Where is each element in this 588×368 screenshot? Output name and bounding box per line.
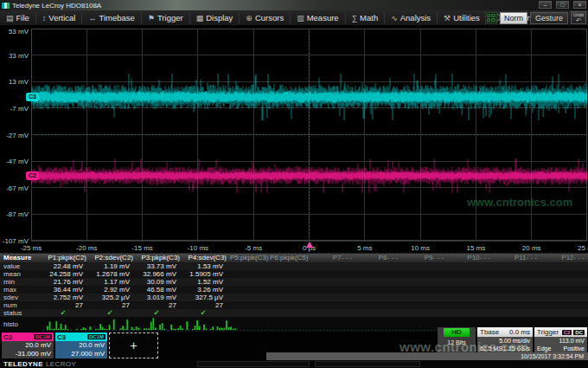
close-button[interactable]: × <box>573 1 586 9</box>
trigger-time-marker-icon[interactable] <box>306 242 313 248</box>
measure-cell <box>401 309 447 317</box>
measure-cell <box>355 286 401 294</box>
measure-row-label: num <box>0 301 43 309</box>
app-logo-icon <box>2 3 10 9</box>
maximize-button[interactable]: □ <box>556 1 569 9</box>
measure-column-header[interactable]: P12- - - <box>540 254 588 262</box>
measure-column-header[interactable]: P3:pkpk(C3) <box>137 254 183 262</box>
menu-item-math[interactable]: ∑Math <box>346 12 386 24</box>
measure-cell <box>310 301 355 309</box>
add-channel-button[interactable]: + <box>109 332 158 358</box>
trace-tag-C2[interactable]: C2 <box>26 171 39 180</box>
menu-right-cluster: Norm Gesture Undo↶ <box>485 11 586 24</box>
measure-column-header[interactable]: P5:pkpk(C3) <box>230 254 270 262</box>
status-check-icon: ✔ <box>183 309 230 317</box>
menu-item-file[interactable]: ▤File <box>0 12 36 24</box>
channel-box-values: 20.0 mV-31.000 mV <box>2 341 54 358</box>
measure-column-header[interactable]: P7- - - <box>310 254 355 262</box>
measure-column-header[interactable]: P11- - - <box>494 254 540 262</box>
timebase-samples: 62.5 MS <box>480 345 502 353</box>
descriptor-strip: C2DC1M20.0 mV-31.000 mVC3DC1M20.0 mV27.0… <box>0 332 588 360</box>
measure-cell <box>401 286 447 294</box>
measure-cell <box>540 294 588 301</box>
measure-cell: 24.258 mV <box>43 270 90 278</box>
measure-cell: 46.58 mV <box>137 286 183 294</box>
measure-cell <box>494 309 540 317</box>
file-icon: ▤ <box>6 14 14 23</box>
analysis-icon: ∿ <box>391 14 398 23</box>
measure-cell <box>270 309 310 317</box>
timestamp: 10/15/2017 3:32:54 PM <box>521 353 584 359</box>
trigger-panel[interactable]: Trigger C2 DC 113.0 mV EdgePositive <box>534 327 587 352</box>
grid-layout-icon[interactable] <box>485 12 497 23</box>
measure-cell <box>447 262 494 270</box>
menu-item-display[interactable]: ▦Display <box>190 12 240 24</box>
menu-item-vertical[interactable]: ↕Vertical <box>36 12 83 24</box>
measure-column-header[interactable]: P10- - - <box>447 254 494 262</box>
measure-cell <box>270 294 310 301</box>
measure-column-header[interactable]: P9- - - <box>401 254 447 262</box>
channel-box-C2[interactable]: C2DC1M20.0 mV-31.000 mV <box>2 332 54 358</box>
measure-cell <box>355 262 401 270</box>
norm-button[interactable]: Norm <box>500 12 527 24</box>
measure-cell: 327.5 µV <box>183 294 230 301</box>
x-axis-label: 20 ms <box>513 244 551 252</box>
measure-cell <box>540 270 588 278</box>
cursors-icon: ⊕ <box>246 14 252 23</box>
measure-cell: 1.52 mV <box>183 278 230 286</box>
timebase-panel[interactable]: Tbase 0.0 ms 5.00 ms/div 62.5 MS1.25 GS/… <box>477 327 533 352</box>
menu-item-label: File <box>16 13 29 23</box>
measure-table: MeasureP1:pkpk(C2)P2:sdev(C2)P3:pkpk(C3)… <box>0 253 588 332</box>
measure-cell: 1.5905 mV <box>183 270 230 278</box>
measure-cell <box>270 301 310 309</box>
footer-slot <box>315 361 420 367</box>
display-icon: ▦ <box>196 14 204 23</box>
measure-cell <box>401 262 447 270</box>
measure-column-header[interactable]: P2:sdev(C2) <box>90 254 137 262</box>
measure-column-header[interactable]: P6:pkpk(C5) <box>270 254 310 262</box>
measure-cell <box>310 294 355 301</box>
menu-item-trigger[interactable]: ⚑Trigger <box>142 12 190 24</box>
measure-cell <box>230 278 270 286</box>
channel-box-values: 20.0 mV27.000 mV <box>55 341 107 358</box>
undo-button[interactable]: Undo↶ <box>571 11 586 24</box>
measure-cell <box>401 301 447 309</box>
acquisition-panel[interactable]: HD 12 Bits <box>438 327 476 352</box>
measure-cell <box>270 270 310 278</box>
measure-header-row: MeasureP1:pkpk(C2)P2:sdev(C2)P3:pkpk(C3)… <box>0 254 588 262</box>
minimize-button[interactable]: – <box>539 1 552 9</box>
menu-item-analysis[interactable]: ∿Analysis <box>385 12 438 24</box>
trace-tag-C3[interactable]: C3 <box>26 93 39 101</box>
x-axis-label: -5 ms <box>234 244 272 252</box>
measure-cell <box>401 294 447 301</box>
measure-cell: 1.53 mV <box>183 262 230 270</box>
menu-item-utilities[interactable]: ⚒Utilities <box>438 12 487 24</box>
measure-cell <box>540 301 588 309</box>
gesture-button[interactable]: Gesture <box>530 12 568 24</box>
menu-item-measure[interactable]: ▥Measure <box>291 12 345 24</box>
measure-cell: 1.2678 mV <box>90 270 137 278</box>
channel-coupling-badge: DC1M <box>34 334 52 339</box>
measure-cell <box>447 270 494 278</box>
measure-row-label: value <box>0 262 43 270</box>
channel-scale: 20.0 mV <box>58 341 105 350</box>
measure-cell <box>447 278 494 286</box>
measure-cell <box>447 301 494 309</box>
measure-column-header[interactable]: P1:pkpk(C2) <box>43 254 90 262</box>
channel-offset: -31.000 mV <box>4 350 51 358</box>
title-bar: Teledyne LeCroy HDO8108A – □ × <box>0 0 588 10</box>
measure-cell: 2.92 mV <box>90 286 137 294</box>
menu-item-cursors[interactable]: ⊕Cursors <box>240 12 291 24</box>
menu-item-timebase[interactable]: ↔Timebase <box>82 12 141 24</box>
measure-cell <box>447 294 494 301</box>
measure-cell <box>270 262 310 270</box>
measure-column-header[interactable]: P4:sdev(C3) <box>183 254 230 262</box>
measure-cell <box>270 286 310 294</box>
x-axis-label: 25 ms <box>568 244 588 252</box>
waveform-display[interactable]: 53 mV33 mV13 mV-7 mV-27 mV-47 mV-67 mV-8… <box>0 26 588 253</box>
channel-box-C3[interactable]: C3DC1M20.0 mV27.000 mV <box>55 332 107 358</box>
measure-cell <box>401 278 447 286</box>
measure-column-header[interactable]: P8- - - <box>355 254 401 262</box>
window-title: Teledyne LeCroy HDO8108A <box>12 2 101 10</box>
measure-cell <box>355 301 401 309</box>
